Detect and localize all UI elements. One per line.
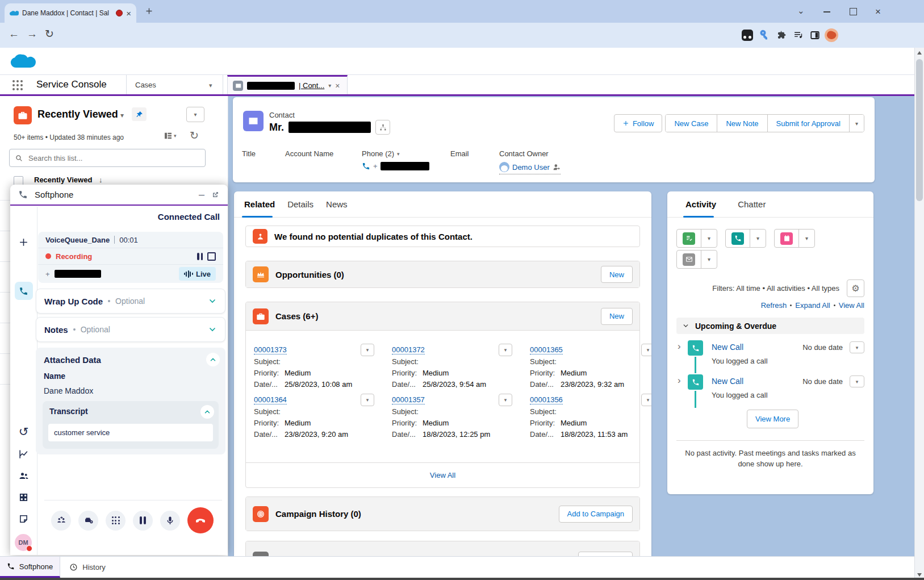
scroll-up-arrow[interactable] [917, 51, 922, 55]
task-caret-icon[interactable]: ▾ [701, 230, 717, 247]
tab-chatter[interactable]: Chatter [735, 199, 776, 217]
expand-chevron-icon[interactable]: › [678, 375, 681, 385]
case-caret-button[interactable]: ▾ [641, 394, 651, 406]
reload-icon[interactable]: ↻ [45, 28, 54, 39]
cases-new-button[interactable]: New [601, 308, 633, 325]
active-contact-tab[interactable]: | Cont... ▾ × [227, 75, 348, 94]
live-transcript-chip[interactable]: Live [179, 267, 216, 281]
scrollbar-thumb[interactable] [916, 59, 923, 201]
history-icon[interactable]: ↺ [10, 425, 37, 439]
end-call-button[interactable] [187, 507, 214, 533]
opportunities-new-button[interactable]: New [601, 266, 633, 283]
softphone-popout-icon[interactable] [211, 190, 220, 199]
case-link[interactable]: 00001356 [530, 395, 563, 404]
add-to-campaign-button[interactable]: Add to Campaign [559, 506, 633, 523]
audio-device-button[interactable] [78, 511, 98, 531]
utility-history-tab[interactable]: History [60, 557, 115, 578]
extensions-puzzle-icon[interactable] [776, 30, 787, 40]
active-tab-close-icon[interactable]: × [335, 81, 340, 90]
refresh-link[interactable]: Refresh [761, 301, 787, 310]
new-note-button[interactable]: New Note [717, 115, 767, 132]
notes-icon[interactable] [10, 514, 37, 524]
case-link[interactable]: 00001357 [392, 395, 425, 404]
follow-button[interactable]: Follow [614, 114, 663, 132]
window-maximize-icon[interactable] [850, 8, 857, 15]
email-button[interactable] [677, 251, 701, 268]
new-tab-button[interactable] [144, 6, 154, 16]
browser-tab[interactable]: Dane Maddox | Contact | Sal × [5, 3, 136, 23]
tab-search-chevron-icon[interactable]: ⌄ [797, 6, 805, 16]
active-tab-caret-icon[interactable]: ▾ [328, 82, 331, 89]
phone-value-icon[interactable] [362, 162, 370, 170]
wrap-up-code-section[interactable]: Wrap Up Code Optional [36, 289, 225, 314]
case-caret-button[interactable]: ▾ [641, 344, 651, 356]
refresh-list-icon[interactable]: ↻ [190, 129, 199, 142]
phone-tab-icon[interactable] [10, 282, 37, 300]
apps-grid-icon[interactable] [10, 493, 37, 502]
list-title-caret-icon[interactable]: ▾ [120, 111, 124, 119]
case-caret-button[interactable]: ▾ [499, 394, 512, 406]
notes-chevron-down-icon[interactable] [208, 325, 217, 334]
wrap-up-chevron-down-icon[interactable] [208, 297, 217, 306]
email-caret-icon[interactable]: ▾ [701, 251, 717, 268]
dialpad-button[interactable] [106, 511, 126, 531]
display-as-button[interactable]: ▾ [164, 131, 177, 140]
cases-view-all-link[interactable]: View All [246, 471, 639, 479]
window-close-icon[interactable]: × [875, 6, 881, 18]
tab-related[interactable]: Related [242, 199, 285, 217]
case-link[interactable]: 00001372 [392, 345, 425, 354]
timeline-title-link[interactable]: New Call [712, 377, 743, 386]
metrics-icon[interactable] [10, 449, 37, 460]
call-caret-icon[interactable]: ▾ [750, 230, 766, 247]
softphone-minimize-icon[interactable]: – [199, 189, 204, 201]
event-caret-icon[interactable]: ▾ [798, 230, 814, 247]
extension-darkreader-icon[interactable] [742, 30, 753, 41]
pin-button[interactable] [132, 107, 147, 121]
transfer-call-button[interactable] [51, 511, 71, 531]
cases-tab-caret-icon[interactable]: ▾ [209, 82, 212, 89]
forward-icon[interactable]: → [27, 28, 37, 39]
list-search[interactable] [9, 149, 206, 167]
tab-news[interactable]: News [324, 199, 358, 217]
view-all-link[interactable]: View All [839, 301, 864, 310]
phone-caret-icon[interactable]: ▾ [397, 151, 400, 157]
upcoming-overdue-header[interactable]: Upcoming & Overdue [676, 318, 864, 334]
log-call-button[interactable] [726, 230, 750, 247]
stop-recording-icon[interactable] [207, 252, 216, 261]
submit-approval-button[interactable]: Submit for Approval [767, 115, 849, 132]
change-owner-icon[interactable] [553, 163, 561, 171]
new-event-button[interactable] [775, 230, 798, 247]
case-caret-button[interactable]: ▾ [361, 394, 374, 406]
timeline-title-link[interactable]: New Call [712, 343, 743, 352]
partial-section-button[interactable] [578, 552, 633, 556]
owner-link[interactable]: Demo User [512, 163, 550, 172]
expand-chevron-icon[interactable]: › [678, 341, 681, 351]
tab-activity[interactable]: Activity [683, 199, 726, 217]
split-screen-icon[interactable] [810, 30, 820, 40]
hold-button[interactable] [133, 511, 153, 531]
more-actions-caret-icon[interactable]: ▾ [849, 115, 864, 132]
pause-recording-icon[interactable] [197, 253, 203, 260]
tab-details[interactable]: Details [285, 199, 324, 217]
list-search-input[interactable] [27, 153, 199, 163]
timeline-caret-button[interactable]: ▾ [850, 341, 864, 353]
window-minimize-icon[interactable] [823, 11, 830, 12]
activity-settings-button[interactable]: ⚙ [847, 279, 864, 297]
hierarchy-button[interactable] [375, 120, 390, 135]
new-case-button[interactable]: New Case [666, 115, 717, 132]
transcript-chevron-up-icon[interactable] [200, 405, 214, 419]
case-link[interactable]: 00001365 [530, 345, 563, 354]
contacts-icon[interactable] [10, 470, 37, 482]
add-icon[interactable] [10, 237, 37, 248]
case-caret-button[interactable]: ▾ [361, 344, 374, 356]
scroll-down-arrow[interactable] [917, 573, 922, 577]
case-link[interactable]: 00001373 [254, 345, 287, 354]
case-caret-button[interactable]: ▾ [499, 344, 512, 356]
reading-list-icon[interactable] [793, 30, 804, 40]
tab-close-icon[interactable]: × [126, 9, 131, 18]
browser-profile-avatar[interactable] [825, 28, 838, 42]
view-more-button[interactable]: View More [747, 410, 798, 428]
password-key-icon[interactable] [759, 30, 770, 41]
mute-button[interactable] [160, 511, 180, 531]
new-task-button[interactable] [677, 230, 701, 247]
